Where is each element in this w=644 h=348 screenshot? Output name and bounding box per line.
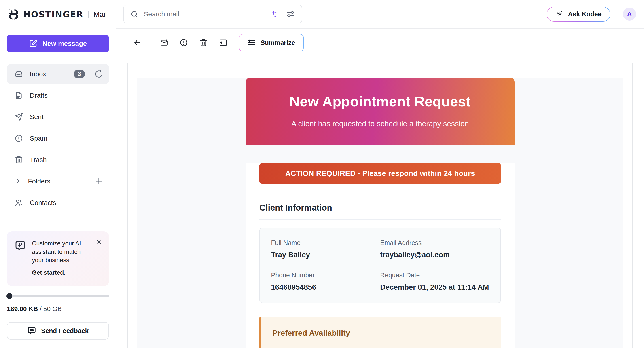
refresh-icon[interactable] [94, 70, 103, 78]
email-view-panel: New Appointment Request A client has req… [128, 63, 633, 348]
summarize-button[interactable]: Summarize [239, 34, 304, 51]
availability-title: Preferred Availability [272, 329, 490, 338]
trash-icon [199, 38, 208, 47]
send-feedback-label: Send Feedback [41, 327, 89, 335]
brand-logo[interactable]: HOSTINGER Mail [7, 0, 109, 29]
mark-unread-button[interactable] [156, 34, 172, 51]
field-value: Tray Bailey [271, 251, 380, 259]
main-area: Ask Kodee A [116, 0, 644, 348]
field-value: traybailey@aol.com [380, 251, 489, 259]
back-button[interactable] [129, 34, 146, 51]
brand-name: HOSTINGER [24, 9, 84, 19]
inbox-unread-badge: 3 [74, 70, 85, 78]
sidebar-item-label: Spam [30, 135, 103, 142]
close-icon[interactable] [95, 238, 103, 246]
toolbar-divider [150, 33, 150, 52]
storage-separator: / [38, 305, 44, 313]
get-started-link[interactable]: Get started. [32, 269, 66, 276]
sidebar-item-drafts[interactable]: Drafts [7, 86, 109, 105]
mail-unread-icon [160, 38, 168, 47]
new-message-button[interactable]: New message [7, 35, 109, 52]
search-icon [130, 10, 138, 18]
field-label: Full Name [271, 239, 380, 247]
report-spam-button[interactable] [176, 34, 192, 51]
kodee-icon [556, 10, 564, 18]
search-bar[interactable] [123, 5, 302, 23]
alert-circle-icon [14, 134, 23, 143]
sidebar-item-trash[interactable]: Trash [7, 150, 109, 170]
sidebar-spacer [7, 213, 109, 231]
sidebar-item-inbox[interactable]: Inbox 3 [7, 64, 109, 84]
account-avatar[interactable]: A [623, 7, 636, 20]
ask-kodee-label: Ask Kodee [568, 10, 602, 18]
field-phone-number: Phone Number 16468954856 [271, 272, 380, 292]
sidebar-item-label: Drafts [30, 92, 103, 99]
hostinger-logo-icon [7, 8, 20, 21]
field-value: December 01, 2025 at 11:14 AM [380, 283, 489, 292]
sidebar: HOSTINGER Mail New message Inbox 3 [0, 0, 116, 348]
chevron-right-icon [14, 178, 21, 185]
storage-progress-bar [7, 295, 109, 297]
move-to-folder-button[interactable] [215, 34, 232, 51]
email-document: New Appointment Request A client has req… [246, 78, 514, 348]
document-icon [14, 91, 23, 100]
field-request-date: Request Date December 01, 2025 at 11:14 … [380, 272, 489, 292]
chat-sparkle-icon [14, 240, 26, 252]
ask-kodee-button[interactable]: Ask Kodee [546, 7, 610, 22]
section-divider [260, 219, 501, 220]
back-arrow-icon [133, 38, 142, 47]
field-email-address: Email Address traybailey@aol.com [380, 239, 489, 259]
alert-circle-icon [180, 38, 188, 47]
field-label: Request Date [380, 272, 489, 279]
content-area: New Appointment Request A client has req… [116, 57, 644, 348]
inbox-icon [14, 70, 23, 78]
field-label: Email Address [380, 239, 489, 247]
sidebar-item-folders[interactable]: Folders [7, 171, 109, 191]
top-header: Ask Kodee A [116, 0, 644, 29]
sidebar-item-label: Trash [30, 156, 103, 164]
feedback-chat-icon [27, 326, 36, 335]
storage-section: 189.00 KB / 50 GB [7, 295, 109, 313]
delete-button[interactable] [195, 34, 212, 51]
field-full-name: Full Name Tray Bailey [271, 239, 380, 259]
sidebar-item-label: Contacts [30, 199, 103, 207]
storage-used: 189.00 KB [7, 305, 38, 313]
storage-usage-text: 189.00 KB / 50 GB [7, 305, 109, 313]
ai-assistant-promo-card: Customize your AI assistant to match you… [7, 231, 109, 286]
folder-nav: Inbox 3 Drafts Sent [7, 64, 109, 213]
email-render-area[interactable]: New Appointment Request A client has req… [137, 78, 624, 348]
field-label: Phone Number [271, 272, 380, 279]
client-info-card: Full Name Tray Bailey Email Address tray… [260, 228, 501, 303]
action-required-banner: ACTION REQUIRED - Please respond within … [260, 163, 501, 184]
brand-product: Mail [94, 10, 107, 18]
add-folder-plus-icon[interactable] [94, 177, 103, 186]
sidebar-item-label: Inbox [30, 70, 67, 78]
field-value: 16468954856 [271, 283, 380, 292]
sidebar-item-label: Folders [28, 177, 88, 185]
new-message-label: New message [42, 40, 87, 47]
storage-total: 50 GB [44, 305, 62, 313]
search-input[interactable] [144, 10, 264, 18]
summarize-label: Summarize [260, 39, 295, 46]
sidebar-item-label: Sent [30, 113, 103, 121]
paper-plane-icon [14, 113, 23, 121]
ai-sparkles-icon[interactable] [270, 10, 278, 18]
ai-promo-text: Customize your AI assistant to match you… [32, 239, 101, 264]
sidebar-item-contacts[interactable]: Contacts [7, 193, 109, 213]
message-toolbar: Summarize [116, 29, 644, 57]
email-subtitle: A client has requested to schedule a the… [246, 119, 514, 128]
summarize-icon [248, 39, 256, 47]
storage-progress-thumb [6, 293, 12, 299]
preferred-availability-box: Preferred Availability Dates: Dec 06, 20… [260, 317, 501, 348]
sidebar-item-sent[interactable]: Sent [7, 107, 109, 127]
people-icon [14, 198, 23, 207]
email-body: ACTION REQUIRED - Please respond within … [246, 163, 514, 348]
brand-divider [88, 10, 89, 18]
hostinger-mail-app: HOSTINGER Mail New message Inbox 3 [0, 0, 644, 348]
filter-sliders-icon[interactable] [286, 10, 295, 18]
send-feedback-button[interactable]: Send Feedback [7, 322, 109, 340]
move-to-folder-icon [219, 38, 228, 47]
sidebar-item-spam[interactable]: Spam [7, 128, 109, 148]
trash-icon [14, 156, 23, 164]
client-information-heading: Client Information [260, 203, 501, 213]
